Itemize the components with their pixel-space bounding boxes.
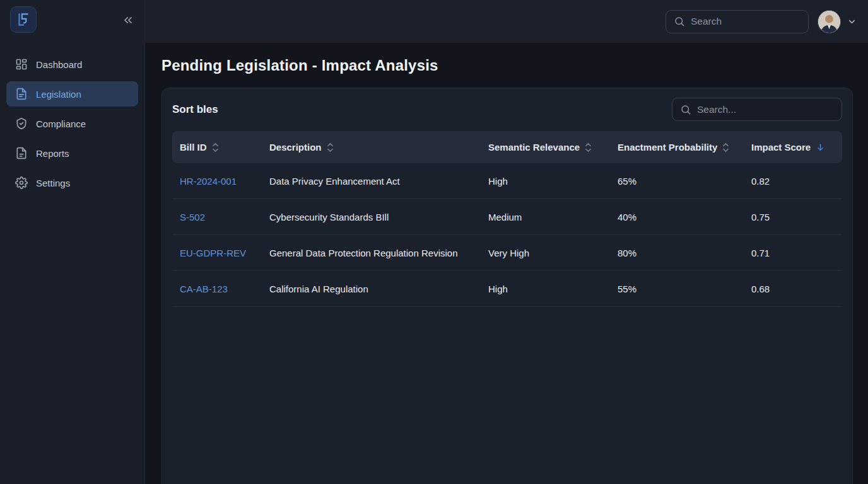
table-search[interactable] (672, 98, 842, 121)
semantic-relevance-cell: Medium (481, 212, 610, 222)
impact-score-cell: 0.82 (744, 176, 842, 187)
description-cell: California AI Regulation (262, 284, 481, 294)
sidebar-item-label: Compliance (36, 118, 86, 129)
column-header-bill-id[interactable]: Bill ID (172, 131, 262, 163)
bill-id-link[interactable]: S-502 (180, 212, 205, 222)
table-search-input[interactable] (697, 104, 834, 115)
sidebar-item-label: Reports (36, 148, 69, 159)
description-cell: Cybersecurity Standards BIll (262, 212, 481, 222)
topbar (145, 0, 868, 43)
gear-icon (15, 176, 28, 189)
avatar[interactable] (818, 10, 841, 33)
semantic-relevance-cell: High (481, 176, 610, 187)
sort-desc-arrow-icon (816, 142, 825, 153)
sidebar-collapse-button[interactable] (122, 14, 134, 26)
table-row: EU-GDPR-REV General Data Protection Regu… (172, 235, 842, 271)
sidebar-item-dashboard[interactable]: Dashboard (6, 52, 138, 77)
shield-check-icon (15, 117, 28, 130)
legislation-table-card: Sort bles Bill ID (161, 88, 853, 484)
global-search-input[interactable] (691, 16, 801, 27)
impact-score-cell: 0.71 (744, 248, 842, 258)
file-icon (15, 147, 28, 159)
enactment-probability-cell: 40% (610, 212, 744, 222)
sidebar-item-settings[interactable]: Settings (6, 170, 138, 195)
app-logo (10, 6, 37, 33)
sidebar: Dashboard Legislation Compliance (0, 0, 145, 484)
column-header-semantic-relevance[interactable]: Semantic Relevance (481, 131, 610, 163)
column-header-description[interactable]: Description (262, 131, 481, 163)
table-row: S-502 Cybersecurity Standards BIll Mediu… (172, 199, 842, 235)
semantic-relevance-cell: High (481, 284, 610, 294)
column-header-impact-score[interactable]: Impact Score (744, 131, 842, 163)
table-row: HR-2024-001 Data Privacy Enhancement Act… (172, 163, 842, 199)
chevron-down-icon (847, 17, 857, 26)
document-icon (15, 88, 28, 100)
sort-icon (212, 142, 219, 153)
card-title: Sort bles (172, 103, 218, 116)
impact-score-cell: 0.68 (744, 284, 842, 294)
bill-id-link[interactable]: HR-2024-001 (180, 176, 237, 187)
sidebar-item-label: Legislation (36, 89, 81, 100)
enactment-probability-cell: 80% (610, 248, 744, 258)
sidebar-item-legislation[interactable]: Legislation (6, 81, 138, 107)
search-icon (680, 104, 691, 115)
sidebar-item-compliance[interactable]: Compliance (6, 111, 138, 136)
global-search[interactable] (666, 10, 809, 33)
legislation-table: Bill ID Description (162, 131, 852, 307)
sidebar-nav: Dashboard Legislation Compliance (0, 52, 144, 195)
bill-id-link[interactable]: EU-GDPR-REV (180, 248, 246, 258)
dashboard-grid-icon (15, 58, 28, 71)
table-header-row: Bill ID Description (172, 131, 842, 163)
table-row: CA-AB-123 California AI Regulation High … (172, 271, 842, 307)
page-title: Pending Legislation - Impact Analysis (161, 57, 853, 74)
main-content: Pending Legislation - Impact Analysis So… (145, 43, 868, 484)
sort-icon (722, 142, 729, 153)
sidebar-item-reports[interactable]: Reports (6, 141, 138, 166)
description-cell: Data Privacy Enhancement Act (262, 176, 481, 187)
double-chevron-left-icon (122, 14, 134, 26)
user-menu-button[interactable] (847, 17, 857, 26)
sidebar-item-label: Settings (36, 178, 70, 188)
table-body: HR-2024-001 Data Privacy Enhancement Act… (172, 163, 842, 307)
description-cell: General Data Protection Regulation Revis… (262, 248, 481, 258)
sort-icon (585, 142, 592, 153)
sidebar-item-label: Dashboard (36, 59, 82, 70)
impact-score-cell: 0.75 (744, 212, 842, 222)
enactment-probability-cell: 65% (610, 176, 744, 187)
search-icon (674, 16, 685, 27)
column-header-enactment-probability[interactable]: Enactment Probability (610, 131, 744, 163)
sort-icon (327, 142, 334, 153)
bill-id-link[interactable]: CA-AB-123 (180, 284, 228, 294)
enactment-probability-cell: 55% (610, 284, 744, 294)
logo-icon (15, 11, 32, 28)
semantic-relevance-cell: Very High (481, 248, 610, 258)
